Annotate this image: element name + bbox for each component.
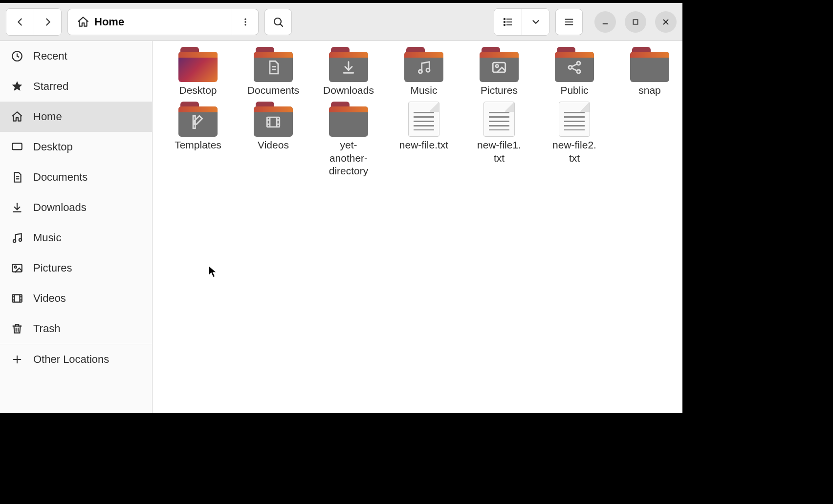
plus-icon bbox=[11, 353, 23, 366]
folder-item[interactable]: Public bbox=[538, 46, 611, 97]
window-controls bbox=[594, 11, 677, 33]
pictures-icon bbox=[11, 262, 23, 274]
svg-line-4 bbox=[280, 24, 283, 26]
folder-item[interactable]: snap bbox=[613, 46, 682, 97]
folder-icon bbox=[404, 47, 443, 82]
folder-icon bbox=[254, 47, 293, 82]
clock-icon bbox=[11, 50, 23, 63]
svg-point-27 bbox=[15, 266, 17, 268]
sidebar-item-label: Downloads bbox=[33, 201, 87, 214]
svg-point-1 bbox=[244, 21, 246, 22]
file-item[interactable]: new-file2.txt bbox=[538, 101, 611, 165]
sidebar-item-label: Documents bbox=[33, 171, 88, 184]
pictures-icon bbox=[480, 47, 519, 82]
path-segment-home[interactable]: Home bbox=[68, 9, 133, 35]
trash-icon bbox=[11, 322, 23, 335]
item-label: Videos bbox=[258, 139, 289, 151]
documents-icon bbox=[11, 171, 23, 184]
svg-rect-28 bbox=[12, 294, 22, 302]
sidebar-item-trash[interactable]: Trash bbox=[0, 314, 152, 344]
minimize-icon bbox=[601, 18, 610, 26]
sidebar-item-label: Recent bbox=[33, 50, 67, 63]
item-label: new-file2.txt bbox=[552, 139, 596, 165]
folder-icon bbox=[329, 102, 368, 137]
sidebar-item-label: Trash bbox=[33, 322, 60, 335]
text-file-icon bbox=[480, 102, 519, 137]
svg-rect-19 bbox=[12, 143, 22, 149]
file-item[interactable]: new-file1.txt bbox=[462, 101, 536, 165]
folder-item[interactable]: Documents bbox=[237, 46, 310, 97]
svg-point-43 bbox=[418, 70, 422, 73]
videos-icon bbox=[11, 292, 23, 305]
folder-icon bbox=[329, 47, 368, 82]
music-icon bbox=[404, 47, 443, 82]
sidebar-item-label: Desktop bbox=[33, 141, 73, 153]
none-icon bbox=[329, 102, 368, 137]
templates-icon bbox=[178, 102, 218, 137]
sidebar-bottom: Other Locations bbox=[0, 344, 152, 413]
svg-rect-54 bbox=[267, 117, 280, 127]
folder-icon bbox=[630, 47, 669, 82]
sidebar-item-label: Home bbox=[33, 110, 62, 123]
folder-item[interactable]: Downloads bbox=[312, 46, 385, 97]
sidebar-item-label: Pictures bbox=[33, 262, 72, 274]
svg-point-9 bbox=[504, 24, 505, 25]
sidebar-item-label: Starred bbox=[33, 80, 68, 93]
folder-item[interactable]: Desktop bbox=[161, 46, 235, 97]
item-label: Public bbox=[560, 84, 588, 97]
text-file-icon bbox=[555, 102, 594, 137]
folder-item[interactable]: Videos bbox=[237, 101, 310, 151]
minimize-button[interactable] bbox=[594, 11, 616, 33]
folder-icon bbox=[480, 47, 519, 82]
sidebar: RecentStarredHomeDesktopDocumentsDownloa… bbox=[0, 41, 153, 413]
text-file-icon bbox=[404, 102, 443, 137]
item-label: Templates bbox=[175, 139, 221, 151]
path-menu-button[interactable] bbox=[232, 9, 258, 35]
search-button[interactable] bbox=[264, 9, 292, 35]
folder-item[interactable]: Pictures bbox=[462, 46, 536, 97]
sidebar-item-documents[interactable]: Documents bbox=[0, 162, 152, 192]
svg-point-46 bbox=[496, 64, 499, 67]
view-options-button[interactable] bbox=[522, 9, 549, 35]
sidebar-item-starred[interactable]: Starred bbox=[0, 71, 152, 102]
folder-item[interactable]: Music bbox=[387, 46, 460, 97]
folder-item[interactable]: yet-another-directory bbox=[312, 101, 385, 177]
view-list-button[interactable] bbox=[494, 9, 522, 35]
sidebar-item-home[interactable]: Home bbox=[0, 102, 152, 132]
svg-point-0 bbox=[244, 18, 246, 20]
pathbar[interactable]: Home bbox=[67, 9, 259, 35]
close-button[interactable] bbox=[655, 11, 677, 33]
chevron-left-icon bbox=[15, 17, 25, 27]
sidebar-item-downloads[interactable]: Downloads bbox=[0, 192, 152, 223]
item-label: Music bbox=[411, 84, 438, 97]
sidebar-item-music[interactable]: Music bbox=[0, 223, 152, 253]
maximize-button[interactable] bbox=[625, 11, 646, 33]
hamburger-icon bbox=[564, 17, 574, 27]
kebab-icon bbox=[241, 17, 250, 27]
chevron-down-icon bbox=[530, 17, 541, 27]
file-item[interactable]: new-file.txt bbox=[387, 101, 460, 151]
list-view-icon bbox=[502, 16, 514, 28]
forward-button[interactable] bbox=[34, 9, 61, 35]
videos-icon bbox=[254, 102, 293, 137]
sidebar-item-pictures[interactable]: Pictures bbox=[0, 253, 152, 283]
sidebar-item-videos[interactable]: Videos bbox=[0, 283, 152, 314]
star-icon bbox=[11, 80, 23, 93]
content-area[interactable]: DesktopDocumentsDownloadsMusicPicturesPu… bbox=[153, 41, 682, 413]
documents-icon bbox=[254, 47, 293, 82]
sidebar-item-recent[interactable]: Recent bbox=[0, 41, 152, 71]
back-button[interactable] bbox=[6, 9, 34, 35]
path-label: Home bbox=[94, 16, 124, 28]
svg-point-24 bbox=[13, 240, 16, 242]
music-icon bbox=[11, 231, 23, 244]
svg-point-44 bbox=[426, 68, 430, 72]
item-label: Downloads bbox=[323, 84, 374, 97]
hamburger-menu-button[interactable] bbox=[555, 9, 583, 35]
item-label: yet-another-directory bbox=[329, 139, 369, 177]
folder-item[interactable]: Templates bbox=[161, 101, 235, 151]
sidebar-item-other-locations[interactable]: Other Locations bbox=[0, 344, 152, 375]
sidebar-item-desktop[interactable]: Desktop bbox=[0, 132, 152, 162]
sidebar-item-label: Videos bbox=[33, 292, 66, 305]
folder-icon bbox=[178, 102, 218, 137]
item-label: new-file.txt bbox=[399, 139, 448, 151]
